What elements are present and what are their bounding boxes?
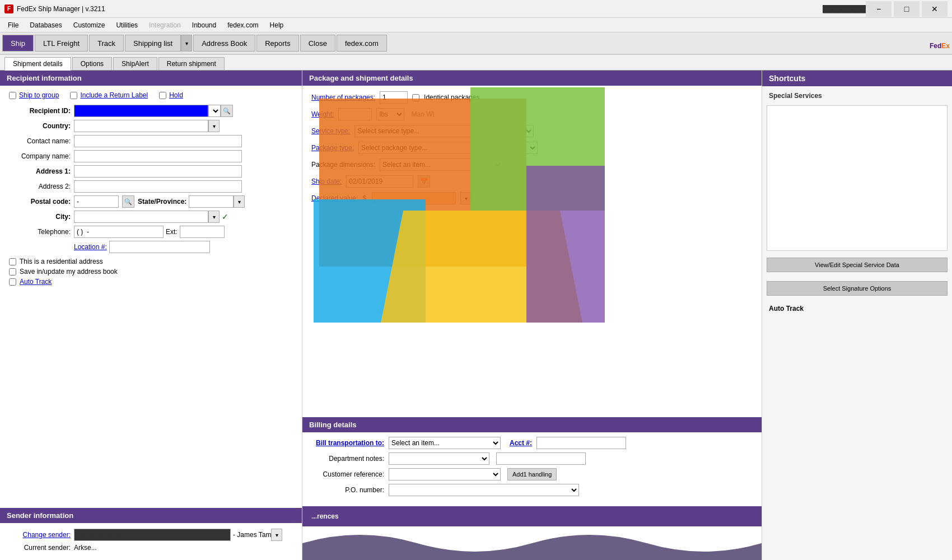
auto-track-checkbox[interactable] (9, 278, 16, 286)
service-type-label[interactable]: Service type: (311, 127, 350, 135)
tab-return-shipment[interactable]: Return shipment (158, 57, 225, 70)
ship-to-group-input[interactable] (9, 92, 16, 99)
location-link[interactable]: Location #: (74, 243, 107, 251)
sender-dropdown-arrow[interactable]: ▾ (271, 529, 282, 541)
num-packages-label[interactable]: Number of packages: (311, 94, 375, 101)
location-input[interactable] (109, 241, 210, 253)
contact-name-label: Contact name: (9, 137, 71, 145)
return-label-label[interactable]: Include a Return Label (80, 91, 148, 99)
toolbar-shipping-list[interactable]: Shipping list ▾ (125, 35, 192, 52)
ship-to-group-checkbox[interactable]: Ship to group (9, 91, 59, 99)
ship-date-label[interactable]: Ship date: (311, 178, 342, 185)
acct-input[interactable] (536, 437, 626, 449)
customer-ref-select[interactable] (389, 468, 501, 480)
num-packages-input[interactable] (380, 91, 408, 104)
city-checkmark: ✓ (222, 212, 228, 221)
identical-packages-checkbox[interactable] (412, 94, 419, 101)
select-signature-button[interactable]: Select Signature Options (767, 281, 948, 296)
recipient-id-input[interactable] (74, 105, 208, 117)
menu-inbound[interactable]: Inbound (186, 20, 222, 31)
toolbar-track[interactable]: Track (89, 35, 124, 52)
weight-label[interactable]: Weight: (311, 110, 334, 118)
menu-integration: Integration (143, 20, 186, 31)
menu-utilities[interactable]: Utilities (110, 20, 143, 31)
menu-file[interactable]: File (2, 20, 24, 31)
fedex-logo-purple: Fed (930, 42, 941, 50)
toolbar-ship[interactable]: Ship (2, 35, 34, 52)
menu-customize[interactable]: Customize (68, 20, 111, 31)
app-title: FedEx Ship Manager | v.3211 (17, 5, 820, 13)
toolbar-ltl[interactable]: LTL Freight (35, 35, 88, 52)
declared-value-label[interactable]: Declared value: (311, 194, 358, 202)
dept-notes-input[interactable] (496, 452, 586, 465)
return-label-input[interactable] (70, 92, 77, 99)
weight-input[interactable] (338, 108, 372, 120)
package-type-label[interactable]: Package type: (311, 144, 354, 152)
auto-track-row: Auto Track (9, 278, 293, 286)
country-input[interactable]: US · United States (74, 120, 208, 132)
toolbar-fedexcom[interactable]: fedex.com (337, 35, 387, 52)
address1-input[interactable] (74, 165, 242, 178)
dept-notes-select[interactable] (389, 452, 489, 465)
toolbar-close[interactable]: Close (300, 35, 335, 52)
tab-shipment-details[interactable]: Shipment details (4, 57, 71, 71)
maximize-button[interactable]: □ (894, 1, 920, 17)
menu-databases[interactable]: Databases (24, 20, 67, 31)
toolbar-shipping-list-btn[interactable]: Shipping list (125, 35, 181, 52)
state-dropdown-arrow[interactable]: ▾ (234, 195, 245, 208)
toolbar-reports[interactable]: Reports (256, 35, 299, 52)
contact-name-input[interactable] (74, 135, 242, 147)
city-label: City: (9, 213, 71, 221)
telephone-input[interactable] (74, 226, 164, 238)
auto-track-label[interactable]: Auto Track (20, 278, 52, 286)
address2-input[interactable] (74, 180, 242, 193)
state-province-input[interactable] (189, 195, 234, 208)
company-name-input[interactable] (74, 150, 242, 162)
toolbar-address-book[interactable]: Address Book (193, 35, 255, 52)
contact-name-row: Contact name: (9, 135, 293, 147)
ext-input[interactable] (180, 226, 225, 238)
minimize-button[interactable]: − (866, 1, 892, 17)
bill-transport-label[interactable]: Bill transportation to: (311, 439, 384, 447)
ship-date-input[interactable] (346, 175, 413, 188)
weight-unit-select[interactable]: lbskg (376, 108, 404, 120)
package-dimensions-select[interactable]: Select an item... (380, 158, 503, 171)
postal-code-input[interactable] (74, 195, 119, 208)
menu-help[interactable]: Help (264, 20, 290, 31)
recipient-search-icon[interactable]: 🔍 (221, 105, 233, 117)
change-sender-input[interactable] (74, 529, 231, 541)
references-bar: ...rences (302, 506, 762, 526)
hold-input[interactable] (159, 92, 166, 99)
tab-options[interactable]: Options (72, 57, 112, 70)
change-sender-link[interactable]: Change sender: (9, 531, 71, 539)
add-handling-button[interactable]: Add1 handling (507, 468, 557, 480)
save-address-checkbox[interactable] (9, 268, 16, 276)
shortcuts-header: Shortcuts (762, 71, 952, 86)
po-number-select[interactable] (389, 484, 579, 496)
residential-checkbox[interactable] (9, 258, 16, 265)
include-return-label-checkbox[interactable]: Include a Return Label (70, 91, 148, 99)
toolbar-shipping-list-arrow[interactable]: ▾ (181, 35, 192, 52)
hold-label[interactable]: Hold (169, 91, 183, 99)
middle-panel: Package and shipment details Number of p… (302, 71, 762, 560)
postal-search-icon[interactable]: 🔍 (122, 195, 134, 208)
calendar-icon[interactable]: 📅 (418, 175, 430, 188)
hold-checkbox[interactable]: Hold (159, 91, 183, 99)
menu-fedexcom[interactable]: fedex.com (222, 20, 264, 31)
tab-shipalert[interactable]: ShipAlert (113, 57, 157, 70)
city-dropdown-arrow[interactable]: ▾ (208, 211, 220, 223)
close-button[interactable]: ✕ (922, 1, 948, 17)
city-input[interactable] (74, 211, 208, 223)
country-dropdown-arrow[interactable]: ▾ (208, 120, 220, 132)
ship-to-group-label[interactable]: Ship to group (19, 91, 59, 99)
dept-notes-row: Department notes: (302, 452, 762, 465)
declared-value-input[interactable] (372, 192, 456, 204)
service-type-select[interactable]: Select service type... (354, 125, 534, 137)
acct-label[interactable]: Acct #: (510, 439, 532, 447)
bill-transport-select[interactable]: Select an item... (389, 437, 501, 449)
recipient-id-dropdown[interactable] (208, 105, 221, 117)
recipient-info-header: Recipient information (0, 71, 302, 86)
view-edit-special-service-button[interactable]: View/Edit Special Service Data (767, 258, 948, 272)
package-type-select[interactable]: Select package type... (358, 142, 538, 154)
declared-value-dropdown[interactable]: ▾ (460, 192, 472, 204)
